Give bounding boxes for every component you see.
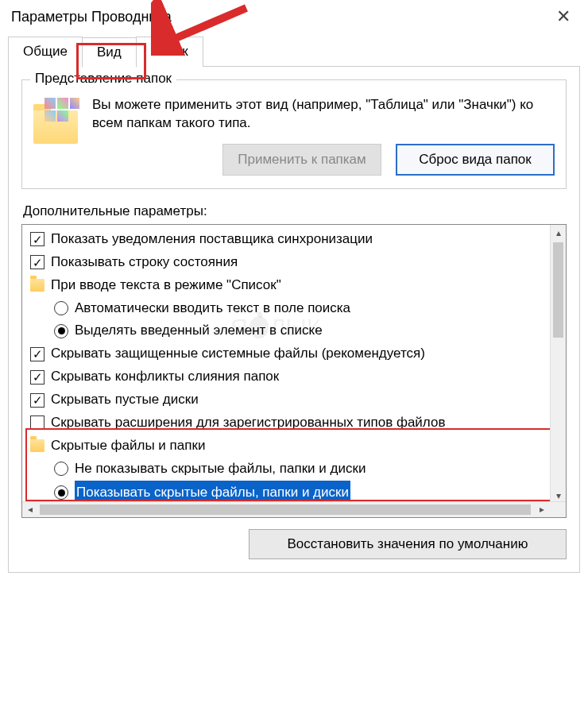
checkbox-icon[interactable] bbox=[30, 255, 44, 269]
radio-icon[interactable] bbox=[54, 462, 68, 476]
list-item[interactable]: Скрывать пустые диски bbox=[22, 388, 566, 412]
vertical-scrollbar[interactable]: ▴ ▾ bbox=[550, 225, 566, 504]
radio-icon[interactable] bbox=[54, 301, 68, 315]
list-item[interactable]: Выделять введенный элемент в списке bbox=[22, 319, 566, 342]
folder-icon bbox=[33, 96, 81, 144]
window-title: Параметры Проводника bbox=[11, 9, 172, 25]
item-label: Скрывать защищенные системные файлы (рек… bbox=[51, 342, 425, 365]
item-label: При вводе текста в режиме "Список" bbox=[51, 274, 281, 297]
item-label: Скрытые файлы и папки bbox=[51, 435, 205, 458]
checkbox-icon[interactable] bbox=[30, 370, 44, 385]
checkbox-icon[interactable] bbox=[30, 347, 44, 361]
tab-search[interactable]: Поиск bbox=[136, 37, 203, 67]
tab-general[interactable]: Общие bbox=[8, 37, 83, 67]
folder-small-icon bbox=[30, 439, 44, 452]
scroll-up-icon[interactable]: ▴ bbox=[551, 225, 566, 241]
list-item: Скрытые файлы и папки bbox=[22, 435, 566, 458]
scroll-thumb[interactable] bbox=[553, 242, 563, 338]
item-label: Скрывать пустые диски bbox=[51, 388, 199, 412]
advanced-settings-list[interactable]: Показать уведомления поставщика синхрони… bbox=[21, 224, 567, 518]
checkbox-icon[interactable] bbox=[30, 393, 44, 408]
tab-view[interactable]: Вид bbox=[82, 37, 137, 68]
scroll-left-icon[interactable]: ◂ bbox=[22, 502, 38, 517]
folder-views-legend: Представление папок bbox=[30, 71, 176, 87]
folder-small-icon bbox=[30, 279, 44, 292]
list-item: При вводе текста в режиме "Список" bbox=[22, 274, 566, 297]
list-item[interactable]: Скрывать защищенные системные файлы (рек… bbox=[22, 342, 566, 365]
close-icon[interactable]: ✕ bbox=[550, 6, 577, 27]
item-label: Не показывать скрытые файлы, папки и дис… bbox=[75, 458, 366, 481]
radio-icon[interactable] bbox=[54, 324, 68, 338]
reset-folders-button[interactable]: Сброс вида папок bbox=[396, 144, 555, 176]
tab-panel-view: Представление папок Вы можете применить … bbox=[8, 66, 580, 573]
folder-views-group: Представление папок Вы можете применить … bbox=[21, 79, 567, 189]
restore-defaults-button[interactable]: Восстановить значения по умолчанию bbox=[249, 529, 567, 559]
apply-to-folders-button: Применить к папкам bbox=[222, 144, 381, 176]
checkbox-icon[interactable] bbox=[30, 415, 44, 430]
item-label: Автоматически вводить текст в поле поиск… bbox=[75, 297, 350, 320]
scroll-right-icon[interactable]: ▸ bbox=[534, 502, 550, 517]
item-label: Скрывать конфликты слияния папок bbox=[51, 365, 279, 388]
list-item[interactable]: Скрывать расширения для зарегистрированн… bbox=[22, 412, 566, 435]
item-label: Скрывать расширения для зарегистрированн… bbox=[51, 412, 445, 435]
list-item[interactable]: Автоматически вводить текст в поле поиск… bbox=[22, 297, 566, 320]
radio-icon[interactable] bbox=[54, 485, 68, 500]
checkbox-icon[interactable] bbox=[30, 232, 44, 246]
list-item[interactable]: Показывать строку состояния bbox=[22, 251, 566, 274]
item-label: Выделять введенный элемент в списке bbox=[75, 319, 323, 342]
list-item[interactable]: Скрывать конфликты слияния папок bbox=[22, 365, 566, 388]
folder-views-text: Вы можете применить этот вид (например, … bbox=[92, 96, 555, 133]
item-label: Показать уведомления поставщика синхрони… bbox=[51, 228, 373, 251]
scroll-thumb[interactable] bbox=[40, 504, 531, 515]
advanced-label: Дополнительные параметры: bbox=[23, 203, 567, 219]
list-item[interactable]: Показать уведомления поставщика синхрони… bbox=[22, 228, 566, 251]
horizontal-scrollbar[interactable]: ◂ ▸ bbox=[22, 501, 566, 517]
item-label: Показывать строку состояния bbox=[51, 251, 238, 274]
list-item[interactable]: Не показывать скрытые файлы, папки и дис… bbox=[22, 458, 566, 481]
